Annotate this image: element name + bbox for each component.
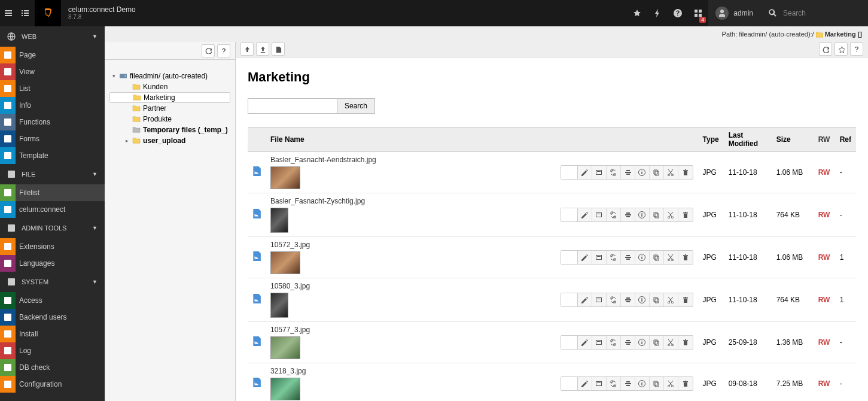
bookmark-star-icon[interactable] — [627, 0, 647, 26]
replace-icon[interactable] — [607, 336, 621, 349]
file-type-icon[interactable] — [248, 151, 266, 193]
delete-icon[interactable] — [678, 377, 693, 390]
search-input[interactable] — [248, 98, 337, 114]
file-name[interactable]: 10580_3.jpg — [270, 282, 551, 290]
file-name[interactable]: Basler_Fasnacht-Aendstraich.jpg — [270, 156, 551, 164]
copy-icon[interactable] — [650, 293, 664, 306]
copy-icon[interactable] — [650, 208, 664, 221]
module-group[interactable]: ADMIN TOOLS▼ — [0, 218, 105, 238]
module-group[interactable]: FILE▼ — [0, 164, 105, 184]
view-icon[interactable] — [592, 336, 607, 349]
info-icon[interactable] — [635, 336, 650, 349]
col-ref[interactable]: Ref — [835, 127, 856, 151]
delete-icon[interactable] — [678, 336, 693, 349]
menu-toggle-button[interactable] — [0, 0, 17, 26]
edit-icon[interactable] — [578, 251, 592, 264]
tree-root[interactable]: ▾fileadmin/ (auto-created) — [109, 71, 230, 81]
tree-item[interactable]: Marketing — [109, 92, 230, 103]
file-name[interactable]: 10577_3.jpg — [270, 326, 551, 334]
replace-icon[interactable] — [607, 166, 621, 179]
rename-icon[interactable] — [621, 166, 635, 179]
cut-icon[interactable] — [664, 293, 678, 306]
edit-icon[interactable] — [578, 377, 592, 390]
module-item[interactable]: Languages — [0, 255, 105, 272]
col-rw[interactable]: RW — [814, 127, 835, 151]
copy-icon[interactable] — [650, 377, 664, 390]
file-type-icon[interactable] — [248, 193, 266, 236]
view-icon[interactable] — [592, 166, 607, 179]
module-item[interactable]: List — [0, 80, 105, 97]
view-icon[interactable] — [592, 251, 607, 264]
help-icon[interactable] — [668, 0, 688, 26]
global-search[interactable]: Search — [760, 0, 868, 26]
copy-icon[interactable] — [650, 166, 664, 179]
file-thumbnail[interactable] — [270, 251, 300, 274]
replace-icon[interactable] — [607, 293, 621, 306]
info-icon[interactable] — [635, 251, 650, 264]
file-name[interactable]: Basler_Fasnacht-Zyschtig.jpg — [270, 197, 551, 205]
application-icon[interactable]: 4 — [688, 0, 708, 26]
tree-item[interactable]: ▸user_upload — [109, 135, 230, 146]
file-type-icon[interactable] — [248, 278, 266, 321]
module-item[interactable]: Extensions — [0, 238, 105, 255]
module-item[interactable]: Info — [0, 97, 105, 114]
file-name[interactable]: 3218_3.jpg — [270, 367, 551, 375]
file-thumbnail[interactable] — [270, 293, 288, 318]
col-size[interactable]: Size — [772, 127, 814, 151]
main-help-button[interactable]: ? — [850, 42, 863, 56]
upload-button[interactable] — [240, 42, 254, 56]
row-handle[interactable] — [561, 166, 578, 179]
module-item[interactable]: Log — [0, 342, 105, 359]
edit-icon[interactable] — [578, 336, 592, 349]
edit-icon[interactable] — [578, 293, 592, 306]
file-thumbnail[interactable] — [270, 336, 300, 359]
cut-icon[interactable] — [664, 251, 678, 264]
cut-icon[interactable] — [664, 377, 678, 390]
col-name[interactable]: File Name — [266, 127, 556, 151]
delete-icon[interactable] — [678, 251, 693, 264]
module-group[interactable]: SYSTEM▼ — [0, 272, 105, 292]
info-icon[interactable] — [635, 208, 650, 221]
info-icon[interactable] — [635, 377, 650, 390]
rename-icon[interactable] — [621, 336, 635, 349]
cut-icon[interactable] — [664, 208, 678, 221]
bookmark-button[interactable] — [835, 42, 848, 56]
delete-icon[interactable] — [678, 166, 693, 179]
col-modified[interactable]: Last Modified — [724, 127, 772, 151]
module-item[interactable]: Template — [0, 147, 105, 164]
replace-icon[interactable] — [607, 377, 621, 390]
edit-icon[interactable] — [578, 166, 592, 179]
module-item[interactable]: celum:connect — [0, 201, 105, 218]
cut-icon[interactable] — [664, 166, 678, 179]
module-item[interactable]: Filelist — [0, 184, 105, 201]
file-thumbnail[interactable] — [270, 378, 300, 400]
view-icon[interactable] — [592, 293, 607, 306]
module-item[interactable]: Install — [0, 326, 105, 342]
view-icon[interactable] — [592, 377, 607, 390]
user-menu[interactable]: admin — [708, 0, 760, 26]
module-item[interactable]: Backend users — [0, 309, 105, 326]
module-item[interactable]: Configuration — [0, 376, 105, 393]
file-type-icon[interactable] — [248, 363, 266, 401]
module-group[interactable]: WEB▼ — [0, 26, 105, 47]
file-type-icon[interactable] — [248, 321, 266, 363]
info-icon[interactable] — [635, 166, 650, 179]
rename-icon[interactable] — [621, 377, 635, 390]
module-item[interactable]: Page — [0, 47, 105, 63]
copy-icon[interactable] — [650, 251, 664, 264]
tree-item[interactable]: Temporary files (_temp_) — [109, 124, 230, 135]
view-icon[interactable] — [592, 208, 607, 221]
module-item[interactable]: View — [0, 63, 105, 80]
cut-icon[interactable] — [664, 336, 678, 349]
tree-item[interactable]: Produkte — [109, 114, 230, 124]
new-button[interactable] — [272, 42, 285, 56]
file-thumbnail[interactable] — [270, 166, 300, 189]
module-item[interactable]: DB check — [0, 359, 105, 376]
upload2-button[interactable] — [256, 42, 269, 56]
tree-help-button[interactable]: ? — [217, 44, 230, 57]
cache-bolt-icon[interactable] — [647, 0, 668, 26]
tree-item[interactable]: Partner — [109, 103, 230, 114]
copy-icon[interactable] — [650, 336, 664, 349]
module-item[interactable]: Access — [0, 292, 105, 309]
delete-icon[interactable] — [678, 208, 693, 221]
